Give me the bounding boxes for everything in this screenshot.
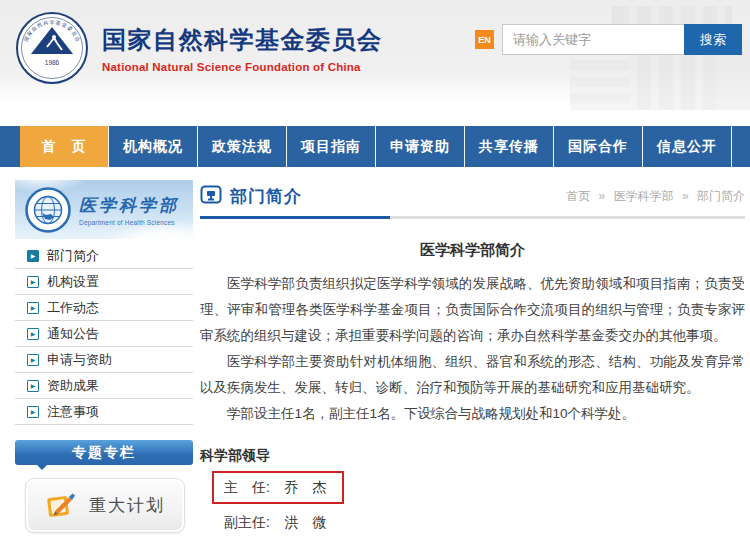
search-input[interactable]: [502, 24, 684, 55]
section-divider: [200, 216, 745, 219]
sidebar-menu: ▶ 部门简介 ▶ 机构设置 ▶ 工作动态 ▶ 通知公告 ▶ 申请与资助: [15, 243, 193, 425]
sidebar-item-label: 工作动态: [47, 299, 99, 317]
department-banner: 医学科学部 Department of Health Sciences: [15, 180, 193, 239]
arrow-right-icon: ▶: [27, 250, 39, 262]
breadcrumb-current[interactable]: 部门简介: [697, 189, 745, 203]
sidebar-item-label: 部门简介: [47, 247, 99, 265]
page-title: 部门简介: [230, 185, 302, 208]
site-logo[interactable]: 国家自然科学基金委员会 1986 国家自然科学基金委员会 National Na…: [14, 10, 383, 86]
deputy-director-row: 副主任: 洪 微: [224, 513, 745, 532]
article-paragraph: 医学科学部主要资助针对机体细胞、组织、器官和系统的形态、结构、功能及发育异常以及…: [200, 349, 745, 401]
leader-name: 洪 微: [284, 514, 326, 530]
building-watermark: [550, 0, 750, 118]
sidebar-item-department-intro[interactable]: ▶ 部门简介: [15, 243, 193, 269]
leaders-title: 科学部领导: [200, 447, 745, 465]
leader-role: 副主任:: [224, 514, 270, 530]
leaders-section: 科学部领导 主 任: 乔 杰 副主任: 洪 微: [200, 447, 745, 532]
main-area: 医学科学部 Department of Health Sciences ▶ 部门…: [0, 167, 750, 533]
nav-item-info-disclosure[interactable]: 信息公开: [643, 126, 732, 167]
special-column-header: 专题专栏: [15, 440, 193, 465]
sidebar-item-label: 申请与资助: [47, 351, 112, 369]
department-title-en: Department of Health Sciences: [79, 219, 179, 226]
department-banner-text: 医学科学部 Department of Health Sciences: [79, 194, 179, 226]
site-titles: 国家自然科学基金委员会 National Natural Science Fou…: [102, 24, 383, 73]
seal-year: 1986: [45, 59, 60, 66]
nav-item-international[interactable]: 国际合作: [554, 126, 643, 167]
main-nav: 首 页 机构概况 政策法规 项目指南 申请资助 共享传播 国际合作 信息公开: [0, 126, 750, 167]
site-title-en: National Natural Science Foundation of C…: [102, 61, 383, 73]
nsfc-seal-icon: 国家自然科学基金委员会 1986: [14, 10, 90, 86]
nav-item-sharing[interactable]: 共享传播: [465, 126, 554, 167]
department-title-cn: 医学科学部: [79, 194, 179, 217]
sidebar-item-label: 注意事项: [47, 403, 99, 421]
department-seal-icon: [25, 187, 71, 233]
breadcrumb-separator: »: [682, 189, 689, 203]
leader-role: 主 任:: [224, 479, 270, 495]
section-board-icon: [200, 185, 222, 207]
arrow-right-icon: ▶: [27, 302, 39, 314]
arrow-right-icon: ▶: [27, 406, 39, 418]
sidebar-item-org-setup[interactable]: ▶ 机构设置: [15, 269, 193, 295]
sidebar-item-apply-funding[interactable]: ▶ 申请与资助: [15, 347, 193, 373]
sidebar-item-work-news[interactable]: ▶ 工作动态: [15, 295, 193, 321]
article-paragraph: 医学科学部负责组织拟定医学科学领域的发展战略、优先资助领域和项目指南；负责受理、…: [200, 271, 745, 349]
leader-name: 乔 杰: [284, 479, 326, 495]
arrow-right-icon: ▶: [27, 380, 39, 392]
breadcrumb-separator: »: [599, 189, 606, 203]
breadcrumb-department[interactable]: 医学科学部: [614, 189, 674, 203]
content-header: 部门简介 首页 » 医学科学部 » 部门简介: [200, 183, 745, 209]
sidebar-item-label: 机构设置: [47, 273, 99, 291]
sidebar-item-cautions[interactable]: ▶ 注意事项: [15, 399, 193, 425]
site-title-cn: 国家自然科学基金委员会: [102, 24, 383, 56]
arrow-right-icon: ▶: [27, 328, 39, 340]
content: 部门简介 首页 » 医学科学部 » 部门简介 医学科学部简介 医学科学部负责组织…: [200, 180, 745, 533]
nav-item-funding[interactable]: 申请资助: [376, 126, 465, 167]
article-paragraph: 学部设主任1名，副主任1名。下设综合与战略规划处和10个科学处。: [200, 401, 745, 427]
search-area: EN 搜索: [475, 24, 742, 55]
article: 医学科学部简介 医学科学部负责组织拟定医学科学领域的发展战略、优先资助领域和项目…: [200, 241, 745, 427]
nav-item-organization[interactable]: 机构概况: [109, 126, 198, 167]
breadcrumb-home[interactable]: 首页: [566, 189, 590, 203]
breadcrumb: 首页 » 医学科学部 » 部门简介: [566, 188, 745, 205]
page: 国家自然科学基金委员会 1986 国家自然科学基金委员会 National Na…: [0, 0, 750, 541]
major-program-card[interactable]: 重大计划: [25, 478, 185, 533]
sidebar: 医学科学部 Department of Health Sciences ▶ 部门…: [15, 180, 193, 533]
nav-item-project-guide[interactable]: 项目指南: [287, 126, 376, 167]
nav-item-home[interactable]: 首 页: [20, 126, 109, 167]
director-highlight-box: 主 任: 乔 杰: [212, 471, 344, 504]
sidebar-item-label: 资助成果: [47, 377, 99, 395]
site-header: 国家自然科学基金委员会 1986 国家自然科学基金委员会 National Na…: [0, 0, 750, 100]
arrow-right-icon: ▶: [27, 354, 39, 366]
major-program-icon: [45, 491, 79, 521]
en-language-badge[interactable]: EN: [475, 30, 494, 49]
major-program-label: 重大计划: [89, 494, 165, 517]
sidebar-item-notices[interactable]: ▶ 通知公告: [15, 321, 193, 347]
nav-item-policies[interactable]: 政策法规: [198, 126, 287, 167]
article-title: 医学科学部简介: [200, 241, 745, 260]
search-button[interactable]: 搜索: [684, 24, 742, 55]
arrow-right-icon: ▶: [27, 276, 39, 288]
sidebar-item-funding-results[interactable]: ▶ 资助成果: [15, 373, 193, 399]
sidebar-item-label: 通知公告: [47, 325, 99, 343]
